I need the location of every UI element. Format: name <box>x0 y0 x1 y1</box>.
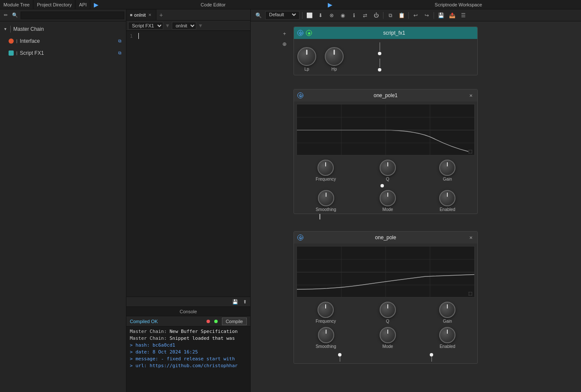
one-pole1-mode-label: Mode <box>382 207 393 212</box>
one-pole1-enabled-group: Enabled <box>439 190 455 212</box>
code-editor-header-label: ▶ Code Editor ▶ <box>90 0 335 9</box>
one-pole1-enabled-knob[interactable] <box>439 190 455 206</box>
tab-module-tree[interactable]: Module Tree <box>0 0 33 9</box>
one-pole2-title: one_pole <box>306 235 465 241</box>
one-pole1-smoothing-label: Smoothing <box>316 207 336 212</box>
one-pole1-frequency-label: Frequency <box>316 177 336 181</box>
one-pole1-module: ⏻ one_pole1 ✕ <box>293 89 478 217</box>
code-icons-bottom: 💾 ⬆ <box>126 297 250 306</box>
script-fx1-external-link-icon[interactable]: ⧉ <box>117 50 123 56</box>
search-input[interactable] <box>21 12 124 19</box>
tree-item-master-chain[interactable]: ▼ Master Chain <box>0 23 126 35</box>
one-pole2-mode-knob[interactable] <box>380 327 396 343</box>
undo-icon[interactable]: ↩ <box>411 11 420 20</box>
main-content: ✏ 🔍 ▼ Master Chain | Interface ⧉ | Sc <box>0 9 581 392</box>
add-module-icon[interactable]: + <box>281 30 288 38</box>
one-pole2-q-knob[interactable] <box>380 302 396 318</box>
toolbar-separator-1 <box>302 12 302 19</box>
power-icon[interactable]: ⏻ <box>372 11 380 20</box>
tree-item-script-fx1[interactable]: | Script FX1 ⧉ <box>0 47 126 59</box>
one-pole1-frequency-knob[interactable] <box>317 160 334 176</box>
script-selector[interactable]: Script FX1 <box>128 22 163 30</box>
tab-api[interactable]: API <box>75 0 90 9</box>
compile-status: Compiled OK <box>130 319 203 324</box>
lp-knob[interactable] <box>297 47 316 66</box>
compile-button[interactable]: Compile <box>222 318 247 325</box>
close-network-icon[interactable]: ⊗ <box>327 11 336 20</box>
connect-icon[interactable]: ⇄ <box>361 11 369 20</box>
code-area[interactable]: 1 <box>126 31 250 297</box>
one-pole2-frequency-knob[interactable] <box>317 302 334 318</box>
redo-icon[interactable]: ↪ <box>422 11 431 20</box>
one-pole2-power-btn[interactable]: ⏻ <box>297 235 303 241</box>
info-icon[interactable]: ℹ <box>350 11 358 20</box>
error-dot <box>207 320 210 323</box>
method-selector[interactable]: onInit <box>172 22 196 30</box>
one-pole1-connectors <box>294 183 477 188</box>
view-dropdown[interactable]: Default <box>265 11 299 20</box>
copy-icon[interactable]: ⧉ <box>386 11 395 20</box>
one-pole2-gain-knob[interactable] <box>439 302 455 318</box>
import-icon[interactable]: ⬇ <box>316 11 325 20</box>
cpu-icon[interactable]: ◉ <box>338 11 347 20</box>
code-tab-oninit[interactable]: ■ onInit ✕ <box>126 9 156 20</box>
tab-close-icon[interactable]: ✕ <box>147 12 153 18</box>
save-icon[interactable]: 💾 <box>437 11 445 20</box>
one-pole1-mode-group: Mode <box>380 190 396 212</box>
search-icon[interactable]: 🔍 <box>11 12 19 19</box>
one-pole1-mode-knob[interactable] <box>380 190 396 206</box>
target-icon[interactable]: ⊕ <box>281 40 288 48</box>
export-icon[interactable]: 📤 <box>448 11 456 20</box>
one-pole2-frequency-group: Frequency <box>316 302 336 324</box>
one-pole1-frequency-group: Frequency <box>316 160 336 181</box>
settings-icon[interactable]: ☰ <box>459 11 467 20</box>
one-pole1-close-btn[interactable]: ✕ <box>468 92 474 98</box>
one-pole2-enabled-knob[interactable] <box>439 327 455 343</box>
script-fx1-header: ⏻ ◉ script_fx1 <box>294 27 477 39</box>
right-arrow-icon[interactable]: ▶ <box>328 1 332 8</box>
add-tab-button[interactable]: + <box>156 10 166 20</box>
one-pole1-title: one_pole1 <box>306 92 465 98</box>
hp-label: Hp <box>332 67 337 71</box>
one-pole1-smoothing-knob[interactable] <box>318 190 334 206</box>
script-fx1-power-btn[interactable]: ⏻ <box>297 30 303 36</box>
script-fx1-status-btn[interactable]: ◉ <box>306 30 312 36</box>
workspace-content[interactable]: ⏻ ◉ script_fx1 + ⊕ Lp <box>251 21 581 392</box>
right-connectors <box>378 42 381 71</box>
paste-icon[interactable]: 📋 <box>397 11 406 20</box>
hp-knob-group: Hp <box>325 47 344 71</box>
one-pole2-export-icon[interactable]: ⬚ <box>468 291 472 296</box>
save-snippet-icon[interactable]: 💾 <box>231 298 239 306</box>
console-toolbar: Compiled OK Compile <box>126 316 250 327</box>
tree-item-interface[interactable]: | Interface ⧉ <box>0 35 126 47</box>
left-arrow-icon[interactable]: ▶ <box>94 1 99 8</box>
tab-project-directory[interactable]: Project Directory <box>33 0 75 9</box>
one-pole2-smoothing-knob[interactable] <box>318 327 334 343</box>
one-pole1-power-btn[interactable]: ⏻ <box>297 92 303 98</box>
one-pole1-gain-knob[interactable] <box>439 160 455 176</box>
module-sidebar: + ⊕ <box>281 30 288 48</box>
console-line-5: > message: - fixed release start with <box>130 356 247 362</box>
upload-icon[interactable]: ⬆ <box>241 298 249 306</box>
one-pole2-close-btn[interactable]: ✕ <box>468 235 474 241</box>
one-pole2-enabled-group: Enabled <box>439 327 455 349</box>
one-pole1-header: ⏻ one_pole1 ✕ <box>294 89 477 101</box>
master-chain-label: Master Chain <box>13 26 123 32</box>
interface-external-link-icon[interactable]: ⧉ <box>117 38 123 44</box>
one-pole1-graph-container: ⬚ <box>296 104 475 155</box>
toolbar-separator-2 <box>383 12 383 19</box>
graph-export-icon[interactable]: ⬚ <box>468 149 472 154</box>
hp-knob[interactable] <box>325 47 344 66</box>
one-pole2-response-svg <box>297 246 474 297</box>
script-fx1-pipe-icon: | <box>16 51 17 55</box>
edit-icon[interactable]: ✏ <box>2 12 9 19</box>
new-icon[interactable]: ⬜ <box>305 11 314 20</box>
one-pole2-graph-container: ⬚ <box>296 246 475 297</box>
zoom-fit-icon[interactable]: 🔍 <box>254 11 263 20</box>
one-pole1-q-knob[interactable] <box>380 160 396 176</box>
workspace-header-label: Scriptnode Workspace <box>336 0 581 9</box>
toolbar-separator-4 <box>434 12 434 19</box>
connector-1 <box>378 52 381 55</box>
one-pole2-mode-label: Mode <box>382 344 393 349</box>
one-pole2-mode-group: Mode <box>380 327 396 349</box>
